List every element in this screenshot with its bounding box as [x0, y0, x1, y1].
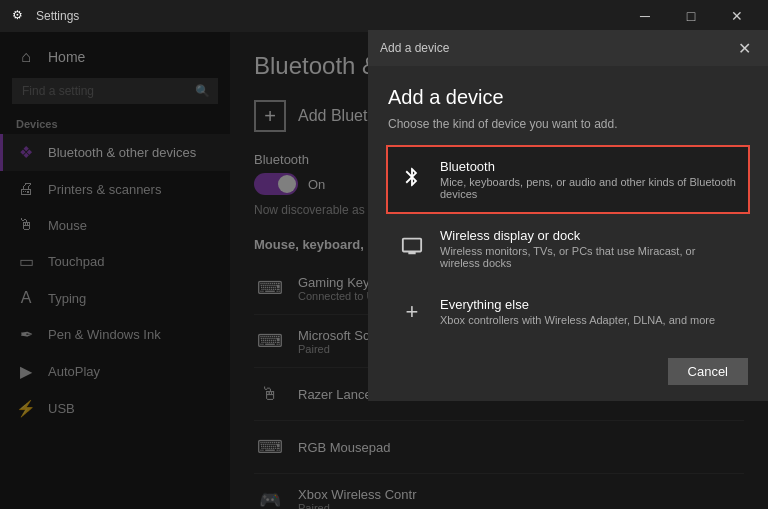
- dialog-body: Add a device Choose the kind of device y…: [368, 66, 768, 342]
- title-bar-title: Settings: [36, 9, 79, 23]
- title-bar-controls: ─ □ ✕: [622, 0, 760, 32]
- everything-else-title: Everything else: [440, 297, 715, 312]
- dialog-footer: Cancel: [368, 342, 768, 401]
- dialog-titlebar: Add a device ✕: [368, 30, 768, 66]
- dialog-subtitle: Choose the kind of device you want to ad…: [388, 117, 748, 131]
- bluetooth-option-icon: [398, 166, 426, 193]
- add-device-dialog: Add a device ✕ Add a device Choose the k…: [368, 30, 768, 401]
- minimize-button[interactable]: ─: [622, 0, 668, 32]
- settings-app-icon: ⚙: [12, 8, 28, 24]
- close-button[interactable]: ✕: [714, 0, 760, 32]
- device-option-wireless-display[interactable]: Wireless display or dock Wireless monito…: [388, 216, 748, 281]
- maximize-button[interactable]: □: [668, 0, 714, 32]
- everything-else-desc: Xbox controllers with Wireless Adapter, …: [440, 314, 715, 326]
- everything-else-icon: +: [398, 299, 426, 325]
- wireless-display-desc: Wireless monitors, TVs, or PCs that use …: [440, 245, 738, 269]
- dialog-heading: Add a device: [388, 86, 748, 109]
- device-option-everything-else[interactable]: + Everything else Xbox controllers with …: [388, 285, 748, 338]
- bluetooth-option-title: Bluetooth: [440, 159, 738, 174]
- bluetooth-option-desc: Mice, keyboards, pens, or audio and othe…: [440, 176, 738, 200]
- bluetooth-option-info: Bluetooth Mice, keyboards, pens, or audi…: [440, 159, 738, 200]
- dialog-close-button[interactable]: ✕: [732, 36, 756, 60]
- wireless-display-option-info: Wireless display or dock Wireless monito…: [440, 228, 738, 269]
- wireless-display-title: Wireless display or dock: [440, 228, 738, 243]
- device-option-bluetooth[interactable]: Bluetooth Mice, keyboards, pens, or audi…: [388, 147, 748, 212]
- title-bar: ⚙ Settings ─ □ ✕: [0, 0, 768, 32]
- title-bar-left: ⚙ Settings: [12, 8, 79, 24]
- wireless-display-icon: [398, 235, 426, 262]
- everything-else-option-info: Everything else Xbox controllers with Wi…: [440, 297, 715, 326]
- dialog-title: Add a device: [380, 41, 449, 55]
- cancel-button[interactable]: Cancel: [668, 358, 748, 385]
